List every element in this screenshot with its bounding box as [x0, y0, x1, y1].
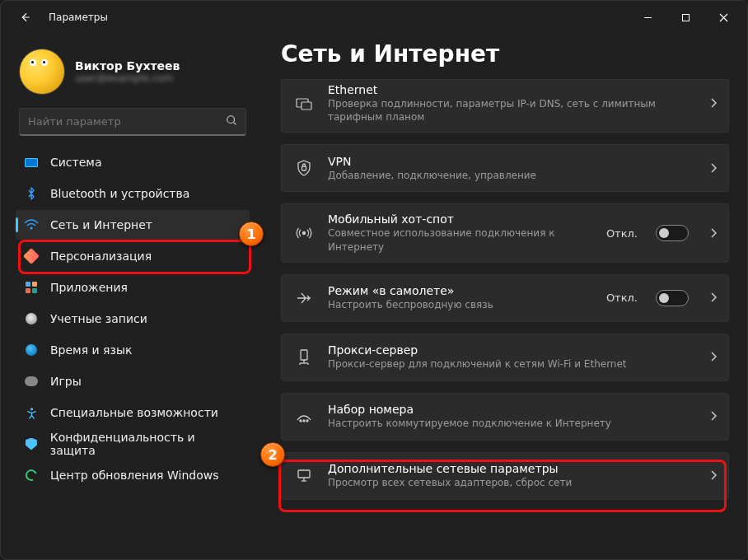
card-subtitle: Прокси-сервер для подключений к сетям Wi…	[328, 357, 689, 371]
close-button[interactable]	[704, 4, 742, 30]
sidebar-item-apps[interactable]: Приложения	[16, 273, 250, 302]
system-icon	[24, 155, 39, 170]
toggle-status: Откл.	[606, 227, 638, 240]
chevron-right-icon	[710, 96, 717, 111]
card-vpn[interactable]: VPN Добавление, подключение, управление	[281, 144, 729, 192]
time-language-icon	[24, 343, 39, 357]
sidebar: Виктор Бухтеев user@example.com Система	[1, 34, 256, 559]
vpn-icon	[293, 160, 315, 176]
wifi-icon	[24, 217, 39, 232]
avatar	[19, 49, 65, 95]
search-box[interactable]	[19, 108, 246, 136]
card-subtitle: Проверка подлинности, параметры IP-и DNS…	[328, 97, 689, 124]
sidebar-item-personalization[interactable]: Персонализация	[16, 241, 250, 271]
nav-list: Система Bluetooth и устройства Сеть и Ин…	[16, 147, 250, 490]
sidebar-item-accessibility[interactable]: Специальные возможности	[16, 398, 250, 427]
sidebar-item-windows-update[interactable]: Центр обновления Windows	[16, 460, 250, 490]
card-subtitle: Настроить коммутируемое подключение к Ин…	[328, 417, 689, 430]
chevron-right-icon	[710, 161, 717, 176]
privacy-icon	[24, 436, 39, 451]
toggle-status: Откл.	[606, 292, 638, 304]
ethernet-icon	[293, 97, 315, 110]
sidebar-item-label: Специальные возможности	[50, 406, 218, 419]
page-title: Сеть и Интернет	[281, 40, 729, 68]
svg-rect-7	[302, 102, 311, 110]
hotspot-icon	[293, 226, 315, 240]
chevron-right-icon	[710, 408, 717, 424]
search-input[interactable]	[28, 115, 226, 128]
sidebar-item-label: Игры	[50, 375, 82, 388]
search-icon	[226, 114, 237, 129]
gaming-icon	[24, 374, 39, 389]
sidebar-item-label: Bluetooth и устройства	[50, 187, 189, 200]
accounts-icon	[24, 311, 39, 326]
sidebar-item-label: Персонализация	[50, 250, 152, 263]
card-subtitle: Настроить беспроводную связь	[328, 298, 593, 311]
maximize-button[interactable]	[666, 4, 704, 30]
card-title: Ethernet	[328, 83, 689, 96]
card-subtitle: Совместное использование подключения к И…	[328, 226, 593, 253]
svg-rect-8	[302, 166, 306, 170]
card-title: Прокси-сервер	[328, 343, 689, 357]
annotation-badge-2: 2	[260, 442, 285, 467]
card-title: VPN	[328, 155, 689, 168]
personalization-icon	[24, 249, 39, 264]
card-ethernet[interactable]: Ethernet Проверка подлинности, параметры…	[281, 79, 729, 133]
hotspot-toggle[interactable]	[656, 225, 689, 241]
svg-point-9	[302, 231, 305, 234]
card-title: Дополнительные сетевые параметры	[328, 462, 689, 475]
chevron-right-icon	[710, 468, 717, 483]
card-subtitle: Добавление, подключение, управление	[328, 169, 689, 182]
proxy-icon	[293, 349, 315, 366]
window-title: Параметры	[49, 12, 108, 23]
svg-point-15	[300, 420, 302, 422]
card-advanced-network[interactable]: Дополнительные сетевые параметры Просмот…	[281, 452, 729, 500]
titlebar: Параметры	[1, 1, 747, 34]
sidebar-item-network[interactable]: Сеть и Интернет	[16, 210, 250, 240]
svg-point-16	[303, 420, 305, 422]
card-subtitle: Просмотр всех сетевых адаптеров, сброс с…	[328, 476, 689, 489]
back-button[interactable]	[12, 5, 37, 30]
sidebar-item-bluetooth[interactable]: Bluetooth и устройства	[16, 179, 250, 208]
sidebar-item-time-language[interactable]: Время и язык	[16, 335, 250, 365]
accessibility-icon	[24, 405, 39, 420]
sidebar-item-label: Учетные записи	[50, 312, 147, 325]
chevron-right-icon	[710, 226, 717, 241]
card-airplane[interactable]: Режим «в самолете» Настроить беспроводну…	[281, 274, 729, 322]
card-title: Мобильный хот-спот	[328, 212, 593, 226]
sidebar-item-label: Центр обновления Windows	[50, 469, 218, 482]
sidebar-item-label: Сеть и Интернет	[50, 218, 152, 231]
sidebar-item-label: Время и язык	[50, 343, 132, 357]
sidebar-item-label: Приложения	[50, 281, 128, 294]
svg-rect-10	[301, 350, 307, 360]
minimize-button[interactable]	[629, 4, 666, 30]
svg-rect-1	[682, 14, 689, 21]
card-proxy[interactable]: Прокси-сервер Прокси-сервер для подключе…	[281, 334, 729, 381]
card-title: Набор номера	[328, 403, 689, 416]
card-hotspot[interactable]: Мобильный хот-спот Совместное использова…	[281, 203, 729, 262]
apps-icon	[24, 280, 39, 295]
annotation-badge-1: 1	[239, 222, 264, 246]
sidebar-item-accounts[interactable]: Учетные записи	[16, 304, 250, 334]
profile-block[interactable]: Виктор Бухтеев user@example.com	[16, 44, 250, 108]
profile-name: Виктор Бухтеев	[75, 59, 180, 72]
airplane-icon	[293, 291, 315, 306]
chevron-right-icon	[710, 290, 717, 306]
svg-point-17	[306, 420, 308, 422]
sidebar-item-system[interactable]: Система	[16, 147, 250, 177]
profile-email: user@example.com	[75, 72, 180, 84]
bluetooth-icon	[24, 186, 39, 201]
svg-point-4	[30, 226, 32, 229]
sidebar-item-label: Конфиденциальность и защита	[50, 431, 241, 457]
card-dialup[interactable]: Набор номера Настроить коммутируемое под…	[281, 393, 729, 441]
svg-point-2	[227, 116, 235, 124]
sidebar-item-label: Система	[50, 156, 101, 169]
chevron-right-icon	[710, 349, 717, 365]
svg-line-3	[234, 123, 236, 125]
sidebar-item-privacy[interactable]: Конфиденциальность и защита	[16, 429, 250, 459]
advanced-network-icon	[293, 469, 315, 483]
airplane-toggle[interactable]	[656, 290, 689, 306]
svg-rect-18	[298, 470, 310, 478]
dialup-icon	[293, 410, 315, 423]
sidebar-item-gaming[interactable]: Игры	[16, 366, 250, 396]
